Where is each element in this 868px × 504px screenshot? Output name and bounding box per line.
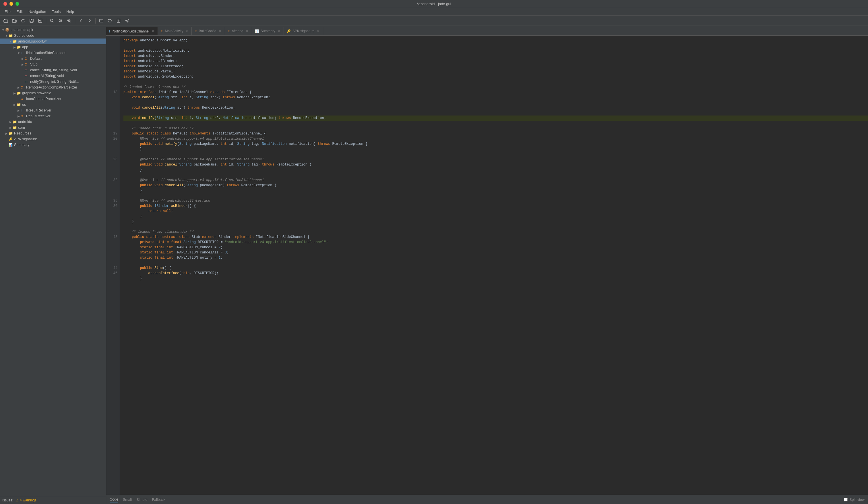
- code-editor[interactable]: 18 19 20 26 32: [106, 36, 868, 495]
- tree-item-APK-signature[interactable]: 🔑 APK signature: [0, 136, 106, 142]
- code-line-highlighted: void notify(String str, int i, String st…: [123, 115, 868, 121]
- tree-item-graphics-drawable[interactable]: ▶ 📁 graphics.drawable: [0, 90, 106, 96]
- folder-icon: 📁: [17, 103, 21, 107]
- code-line: import android.os.IBinder;: [123, 59, 868, 64]
- tab-code[interactable]: Code: [110, 496, 118, 503]
- code-line: @Override // android.support.v4.app.INot…: [123, 178, 868, 183]
- folder-icon: 📁: [13, 39, 17, 43]
- code-line: private static final String DESCRIPTOR =…: [123, 240, 868, 245]
- tree-item-IconCompatParcelizer[interactable]: C IconCompatParcelizer: [0, 96, 106, 102]
- code-line: /* loaded from: classes.dex */: [123, 229, 868, 234]
- menu-edit[interactable]: Edit: [14, 9, 25, 14]
- tree-arrow: ▶: [21, 57, 25, 60]
- toolbar: [0, 16, 868, 26]
- tree-label-notify: notify(String, int, String, Notif...: [30, 80, 79, 84]
- menu-help[interactable]: Help: [64, 9, 76, 14]
- tab-BuildConfig[interactable]: C BuildConfig ✕: [192, 27, 225, 36]
- tab-APK-signature[interactable]: 🔑 APK signature ✕: [284, 27, 323, 36]
- tree-item-ResultReceiver[interactable]: ▶ C ResultReceiver: [0, 113, 106, 119]
- tree-item-androidx[interactable]: ▶ 📁 androidx: [0, 119, 106, 125]
- tree-item-cancelAll[interactable]: m cancelAll(String) void: [0, 73, 106, 79]
- search-prev-button[interactable]: [56, 17, 65, 25]
- tab-close-INotificationSideChannel[interactable]: ✕: [151, 29, 155, 33]
- main-layout: ▼ 📦 ezandroid.apk ▼ 📁 Source code ▼ 📁 an…: [0, 26, 868, 504]
- tree-item-apk[interactable]: ▼ 📦 ezandroid.apk: [0, 27, 106, 33]
- close-button[interactable]: [3, 2, 7, 6]
- method-icon: m: [25, 74, 29, 78]
- add-button[interactable]: [10, 17, 18, 25]
- interface-icon: I: [21, 51, 25, 54]
- settings-button[interactable]: [123, 17, 131, 25]
- split-view-toggle[interactable]: Split view: [844, 498, 865, 502]
- code-line: return null;: [123, 209, 868, 214]
- sidebar: ▼ 📦 ezandroid.apk ▼ 📁 Source code ▼ 📁 an…: [0, 26, 106, 504]
- code-line: }: [123, 188, 868, 193]
- sync-button[interactable]: [106, 17, 114, 25]
- code-line: import android.app.Notification;: [123, 48, 868, 53]
- save-button[interactable]: [28, 17, 35, 25]
- tree-item-Default[interactable]: ▶ C Default: [0, 56, 106, 61]
- svg-point-23: [110, 21, 110, 21]
- tree-item-RemoteActionCompatParcelizer[interactable]: ▶ C RemoteActionCompatParcelizer: [0, 84, 106, 90]
- search-next-button[interactable]: [65, 17, 73, 25]
- method-icon: m: [25, 80, 29, 83]
- maximize-button[interactable]: [16, 2, 19, 6]
- tree-label-Stub: Stub: [30, 62, 38, 67]
- tree-item-com[interactable]: ▶ 📁 com: [0, 125, 106, 130]
- tree-item-cancel[interactable]: m cancel(String, int, String) void: [0, 67, 106, 73]
- decompile-button[interactable]: [97, 17, 105, 25]
- tab-fallback[interactable]: Fallback: [152, 496, 165, 503]
- tab-MainActivity[interactable]: C MainActivity ✕: [158, 27, 192, 36]
- tree-label-android-support: android.support.v4: [18, 39, 48, 43]
- tree-item-Stub[interactable]: ▶ C Stub: [0, 61, 106, 67]
- tab-afterlog[interactable]: C afterlog ✕: [225, 27, 252, 36]
- open-file-button[interactable]: [2, 17, 10, 25]
- svg-line-14: [61, 21, 62, 22]
- ln-18: 18: [106, 90, 120, 95]
- code-line: }: [123, 147, 868, 152]
- tree-label-RemoteActionCompatParcelizer: RemoteActionCompatParcelizer: [26, 85, 77, 89]
- tab-close-BuildConfig[interactable]: ✕: [218, 29, 222, 33]
- menu-navigation[interactable]: Navigation: [26, 9, 48, 14]
- tree-item-IResultReceiver[interactable]: ▶ I IResultReceiver: [0, 108, 106, 113]
- tab-close-Summary[interactable]: ✕: [277, 29, 281, 33]
- search-button[interactable]: [48, 17, 56, 25]
- menu-tools[interactable]: Tools: [50, 9, 63, 14]
- tab-close-afterlog[interactable]: ✕: [245, 29, 249, 33]
- tabs-bar: I INotificationSideChannel ✕ C MainActiv…: [106, 26, 868, 36]
- code-line: @Override // android.support.v4.app.INot…: [123, 157, 868, 162]
- forward-button[interactable]: [85, 17, 94, 25]
- refresh-button[interactable]: [19, 17, 27, 25]
- toolbar-sep1: [46, 18, 46, 23]
- tree-item-Summary[interactable]: 📊 Summary: [0, 142, 106, 148]
- code-line: [123, 43, 868, 48]
- tree-item-source-code[interactable]: ▼ 📁 Source code: [0, 33, 106, 39]
- tree-item-notify[interactable]: m notify(String, int, String, Notif...: [0, 79, 106, 84]
- tab-INotificationSideChannel[interactable]: I INotificationSideChannel ✕: [106, 27, 158, 36]
- tree-item-app[interactable]: ▶ 📁 app: [0, 44, 106, 50]
- tab-close-MainActivity[interactable]: ✕: [185, 29, 189, 33]
- tab-close-APK-signature[interactable]: ✕: [316, 29, 320, 33]
- back-button[interactable]: [77, 17, 85, 25]
- tab-Summary[interactable]: 📊 Summary ✕: [252, 27, 284, 36]
- ln-20: 20: [106, 136, 120, 141]
- code-line: package android.support.v4.app;: [123, 38, 868, 43]
- tab-label-APK-signature: APK signature: [292, 29, 314, 33]
- tree-item-os[interactable]: ▶ 📁 os: [0, 102, 106, 108]
- tree-item-Resources[interactable]: ▶ 📁 Resources: [0, 130, 106, 136]
- export-button[interactable]: [36, 17, 44, 25]
- minimize-button[interactable]: [10, 2, 13, 6]
- menu-file[interactable]: File: [2, 9, 13, 14]
- ln: [106, 260, 120, 265]
- tree-item-INotificationSideChannel[interactable]: ▼ I INotificationSideChannel: [0, 50, 106, 56]
- tab-smali[interactable]: Smali: [123, 496, 132, 503]
- split-view-checkbox[interactable]: [844, 498, 848, 501]
- smali-button[interactable]: [114, 17, 123, 25]
- tree-arrow: ▼: [1, 29, 5, 32]
- class-icon: C: [21, 97, 25, 101]
- tree-arrow: ▶: [9, 126, 13, 129]
- code-line: }: [123, 276, 868, 281]
- folder-icon: 📁: [17, 91, 21, 95]
- tree-item-android-support[interactable]: ▼ 📁 android.support.v4: [0, 39, 106, 44]
- tab-simple[interactable]: Simple: [136, 496, 147, 503]
